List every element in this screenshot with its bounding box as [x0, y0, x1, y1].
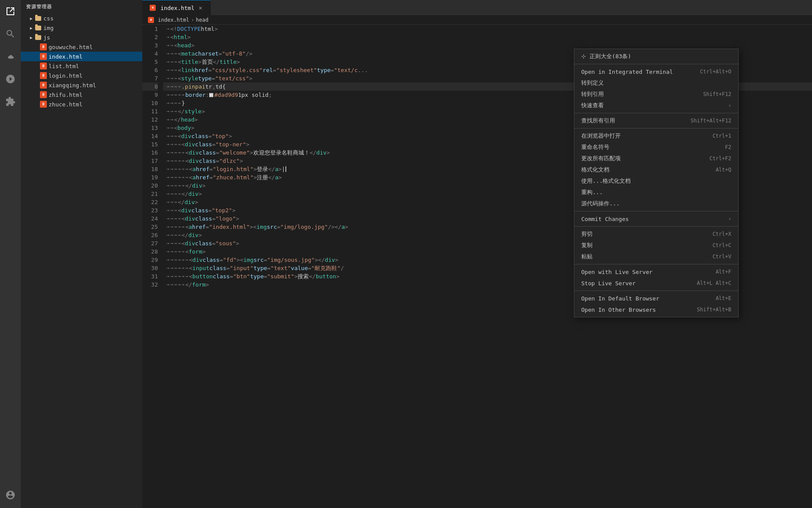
menu-item-live-server[interactable]: Open with Live Server Alt+F — [574, 266, 738, 277]
line-number: 30 — [142, 264, 158, 272]
line-number: 27 — [142, 239, 158, 247]
account-icon[interactable] — [3, 487, 18, 503]
menu-separator — [574, 264, 738, 264]
html-file-icon: H — [40, 101, 47, 108]
menu-item-commit-changes[interactable]: Commit Changes › — [574, 213, 738, 224]
menu-label: 查找所有引用 — [581, 117, 684, 125]
tab-close-button[interactable]: × — [197, 4, 204, 11]
menu-shortcut: Shift+Alt+F12 — [691, 118, 731, 124]
menu-item-stop-live[interactable]: Stop Live Server Alt+L Alt+C — [574, 277, 738, 289]
menu-separator — [574, 211, 738, 211]
menu-label: ⊹ 正则大全(83条) — [581, 53, 731, 60]
menu-label: 粘贴 — [581, 253, 706, 261]
menu-item-goto-ref[interactable]: 转到引用 Shift+F12 — [574, 89, 738, 100]
code-line-1: → <!DOCTYPE html> — [163, 25, 812, 33]
menu-shortcut: Alt+E — [716, 295, 731, 301]
file-tree: ▶ css ▶ img ▶ js ▶ H gouwuche.html ▶ H i… — [21, 13, 142, 508]
breadcrumb-sep: › — [191, 17, 194, 23]
menu-item-rename[interactable]: 重命名符号 F2 — [574, 142, 738, 153]
html-file-icon: H — [40, 43, 47, 50]
tree-item-list[interactable]: ▶ H list.html — [21, 61, 142, 71]
search-icon[interactable] — [3, 26, 18, 42]
menu-label: 快速查看 — [581, 102, 725, 109]
menu-shortcut: Alt+L Alt+C — [697, 280, 731, 286]
menu-label: 在浏览器中打开 — [581, 132, 706, 140]
menu-shortcut: Ctrl+C — [713, 242, 731, 248]
line-number: 29 — [142, 256, 158, 264]
menu-item-source-action[interactable]: 源代码操作... — [574, 198, 738, 209]
tree-label: list.html — [49, 63, 79, 69]
menu-shortcut: Ctrl+1 — [713, 133, 731, 139]
html-file-icon: H — [40, 91, 47, 98]
tree-label: index.html — [49, 53, 82, 60]
menu-item-open-other[interactable]: Open In Other Browsers Shift+Alt+B — [574, 304, 738, 315]
line-number: 15 — [142, 140, 158, 148]
menu-arrow-icon: › — [728, 216, 731, 222]
tree-item-img[interactable]: ▶ img — [21, 23, 142, 33]
menu-item-find-all-refs[interactable]: 查找所有引用 Shift+Alt+F12 — [574, 115, 738, 126]
menu-label: 使用...格式化文档 — [581, 177, 731, 185]
breadcrumb-section: head — [196, 17, 208, 23]
menu-label: 转到引用 — [581, 90, 696, 98]
menu-label: 重命名符号 — [581, 143, 718, 151]
tree-item-login[interactable]: ▶ H login.html — [21, 71, 142, 80]
line-number: 9 — [142, 91, 158, 99]
menu-label: 重构... — [581, 188, 731, 196]
menu-item-format-with[interactable]: 使用...格式化文档 — [574, 175, 738, 187]
menu-arrow-icon: › — [728, 102, 731, 109]
menu-label: 格式化文档 — [581, 166, 709, 174]
menu-item-format-doc[interactable]: 格式化文档 Alt+Q — [574, 164, 738, 175]
tree-item-css[interactable]: ▶ css — [21, 13, 142, 23]
tab-label: index.html — [160, 5, 194, 11]
line-number: 10 — [142, 99, 158, 107]
menu-item-refactor[interactable]: 重构... — [574, 187, 738, 198]
tree-label: css — [43, 15, 53, 22]
menu-shortcut: Shift+F12 — [703, 91, 731, 97]
tree-label: login.html — [49, 73, 82, 79]
tab-index-html[interactable]: H index.html × — [142, 0, 211, 15]
line-number: 14 — [142, 132, 158, 140]
html-file-icon: H — [40, 72, 47, 79]
menu-label: 复制 — [581, 241, 706, 249]
menu-item-open-default[interactable]: Open In Default Browser Alt+E — [574, 293, 738, 304]
line-number: 25 — [142, 223, 158, 231]
menu-shortcut: Ctrl+Alt+O — [700, 69, 731, 75]
menu-item-peek[interactable]: 快速查看 › — [574, 100, 738, 111]
tree-item-index[interactable]: ▶ H index.html — [21, 52, 142, 61]
tree-item-zhifu[interactable]: ▶ H zhifu.html — [21, 90, 142, 99]
menu-label: 源代码操作... — [581, 200, 731, 208]
menu-label: Open In Default Browser — [581, 295, 709, 302]
menu-item-copy[interactable]: 复制 Ctrl+C — [574, 240, 738, 251]
menu-item-open-browser[interactable]: 在浏览器中打开 Ctrl+1 — [574, 130, 738, 142]
menu-item-paste[interactable]: 粘贴 Ctrl+V — [574, 251, 738, 262]
tree-label: gouwuche.html — [49, 44, 93, 50]
breadcrumb-file: index.html — [158, 17, 189, 23]
line-number: 20 — [142, 181, 158, 190]
explorer-icon[interactable] — [3, 3, 18, 19]
tree-item-gouwuche[interactable]: ▶ H gouwuche.html — [21, 42, 142, 52]
tree-item-xiangqing[interactable]: ▶ H xiangqing.html — [21, 80, 142, 90]
menu-label: Open in Integrated Terminal — [581, 69, 693, 75]
menu-item-goto-def[interactable]: 转到定义 — [574, 77, 738, 89]
folder-icon-css — [35, 15, 42, 22]
line-number: 28 — [142, 247, 158, 256]
menu-separator — [574, 64, 738, 64]
folder-icon-img — [35, 24, 42, 31]
line-number: 26 — [142, 231, 158, 239]
arrow-icon: ▶ — [28, 34, 35, 41]
menu-item-regex[interactable]: ⊹ 正则大全(83条) — [574, 51, 738, 62]
line-number: 3 — [142, 41, 158, 49]
tree-item-zhuce[interactable]: ▶ H zhuce.html — [21, 99, 142, 109]
menu-item-change-all[interactable]: 更改所有匹配项 Ctrl+F2 — [574, 153, 738, 164]
line-number: 7 — [142, 74, 158, 82]
menu-item-cut[interactable]: 剪切 Ctrl+X — [574, 228, 738, 240]
sidebar: 资源管理器 ▶ css ▶ img ▶ js ▶ H gouwuche.html… — [21, 0, 142, 508]
breadcrumb: H index.html › head — [142, 15, 812, 25]
git-icon[interactable] — [3, 49, 18, 64]
menu-item-open-terminal[interactable]: Open in Integrated Terminal Ctrl+Alt+O — [574, 66, 738, 77]
tab-file-icon: H — [149, 4, 156, 11]
menu-label: 剪切 — [581, 230, 706, 238]
tree-item-js[interactable]: ▶ js — [21, 33, 142, 42]
extensions-icon[interactable] — [3, 94, 18, 109]
debug-icon[interactable] — [3, 71, 18, 87]
